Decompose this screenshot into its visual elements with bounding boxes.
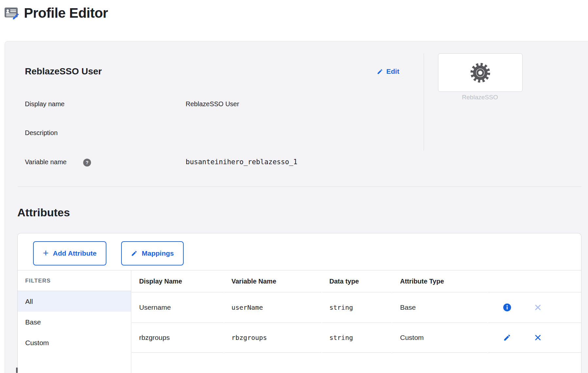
cell-variable-name: userName [224,292,322,323]
mappings-label: Mappings [142,249,174,257]
edit-profile-link[interactable]: Edit [377,68,399,75]
field-label-display-name: Display name [25,100,64,108]
remove-x-icon-disabled[interactable] [534,303,542,312]
info-icon[interactable] [503,303,511,312]
add-attribute-button[interactable]: + Add Attribute [33,241,106,265]
filters-sidebar: FILTERS All Base Custom [18,270,131,373]
profile-name: ReblazeSSO User [25,66,102,77]
field-label-description: Description [25,129,58,137]
edit-pencil-icon [377,69,383,75]
filter-label: All [25,298,33,305]
profile-editor-page: Profile Editor ReblazeSSO User Edit Rebl… [0,0,588,373]
field-label-variable-name: Variable name [25,158,66,166]
table-row: rbzgroups rbzgroups string Custom [132,323,581,353]
column-header-variable-name: Variable Name [224,270,322,292]
app-logo-caption: ReblazeSSO [438,94,522,101]
attributes-panel: + Add Attribute Mappings FILTERS All Bas… [17,233,581,373]
cell-variable-name: rbzgroups [224,323,322,353]
column-header-actions [488,270,581,292]
page-title: Profile Editor [24,5,108,21]
filter-item-base[interactable]: Base [18,312,131,332]
profile-card: ReblazeSSO User Edit ReblazeSSO Display … [5,41,588,373]
edit-pencil-icon[interactable] [503,333,511,342]
filter-label: Base [25,318,41,326]
help-icon[interactable]: ? [83,159,91,167]
vertical-divider [424,53,424,150]
attributes-heading: Attributes [17,206,70,219]
field-value-display-name: ReblazeSSO User [186,100,239,108]
remove-x-icon[interactable] [534,333,542,342]
edit-label: Edit [386,68,399,75]
filter-item-all[interactable]: All [18,291,131,312]
cell-display-name: rbzgroups [132,323,224,353]
gear-icon [470,62,491,83]
sidebar-scrollbar-thumb[interactable] [16,367,18,373]
cell-display-name: Username [132,292,224,323]
table-header-row: Display Name Variable Name Data type Att… [132,270,581,292]
section-divider [18,186,581,187]
mappings-button[interactable]: Mappings [121,241,184,265]
cell-data-type: string [322,292,392,323]
filters-heading: FILTERS [25,278,51,284]
table-row: Username userName string Base [132,292,581,323]
plus-icon: + [43,248,49,258]
field-value-variable-name: busanteinihero_reblazesso_1 [186,158,297,166]
column-header-display-name: Display Name [132,270,224,292]
cell-attribute-type: Custom [392,323,487,353]
attributes-table: Display Name Variable Name Data type Att… [132,270,581,373]
edit-pencil-icon [131,250,138,257]
add-attribute-label: Add Attribute [53,249,97,257]
filter-item-custom[interactable]: Custom [18,332,131,353]
app-logo-tile [438,53,523,92]
cell-attribute-type: Base [392,292,487,323]
cell-data-type: string [322,323,392,353]
column-header-attribute-type: Attribute Type [392,270,487,292]
page-title-bar: Profile Editor [4,5,108,21]
filter-label: Custom [25,339,49,347]
profile-editor-card-pencil-icon [4,6,19,20]
column-header-data-type: Data type [322,270,392,292]
